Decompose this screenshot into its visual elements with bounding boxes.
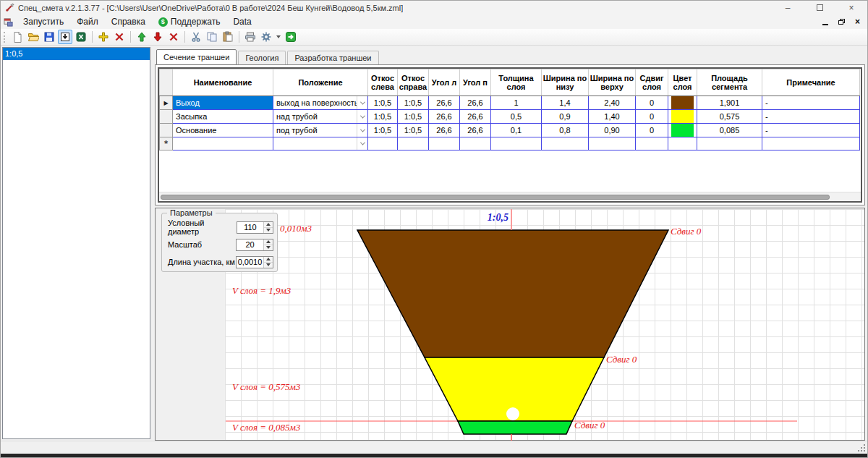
cell-angle-r[interactable]: 26,6 [460,110,491,124]
cell-name[interactable]: Засыпка [173,110,273,124]
col-thickness[interactable]: Толщина слоя [491,69,542,96]
cell-note[interactable]: - [762,96,860,110]
spin-up-button[interactable] [264,222,273,228]
cell-shift[interactable]: 0 [636,124,668,137]
cell-thickness[interactable]: 0,5 [491,110,542,124]
cell-slope-right[interactable]: 1:0,5 [398,110,429,124]
cell-layer-color[interactable] [668,110,697,124]
maximize-button[interactable] [804,1,835,14]
cell-width-bottom[interactable] [542,137,589,150]
cell-slope-left[interactable]: 1:0,5 [368,110,398,124]
save-button[interactable] [42,30,56,44]
mdi-close-button[interactable]: × [855,18,860,25]
cell-width-bottom[interactable]: 0,8 [542,124,589,137]
menu-data[interactable]: Data [226,15,258,28]
bedding-layer-polygon[interactable] [458,421,572,434]
list-item-section[interactable]: 1:0,5 [3,48,150,60]
tab-geology[interactable]: Геология [238,51,286,64]
col-width-bottom[interactable]: Ширина по низу [542,69,589,96]
tab-trench-development[interactable]: Разработка траншеи [287,51,378,64]
new-document-button[interactable] [10,30,25,44]
col-segment-area[interactable]: Площадь сегмента [697,69,762,96]
cell-width-top[interactable] [589,137,636,150]
menu-run[interactable]: Запустить [17,15,70,28]
cell-slope-left[interactable]: 1:0,5 [368,124,398,137]
mdi-restore-button[interactable] [838,19,845,25]
col-angle-r[interactable]: Угол п [460,69,491,96]
col-note[interactable]: Примечание [762,69,860,96]
spin-up-button[interactable] [264,239,273,245]
cell-thickness[interactable]: 1 [491,96,542,110]
cell-note[interactable]: - [762,110,860,124]
close-button[interactable]: × [835,1,867,14]
mdi-minimize-button[interactable] [822,24,828,25]
open-button[interactable] [26,30,41,44]
cell-slope-left[interactable] [368,137,398,150]
menu-file[interactable]: Файл [70,15,105,28]
cell-segment-area[interactable]: 0,085 [697,124,762,137]
cell-shift[interactable] [636,137,668,150]
scale-input[interactable] [237,239,263,250]
import-section-button[interactable] [58,30,72,44]
move-up-button[interactable] [135,30,149,44]
cell-shift[interactable]: 0 [636,96,668,110]
col-position[interactable]: Положение [273,69,368,96]
col-color[interactable]: Цвет слоя [668,69,697,96]
menu-help[interactable]: Справка [105,15,152,28]
spin-down-button[interactable] [264,263,273,268]
cell-note[interactable] [762,137,860,150]
add-row-button[interactable] [96,30,111,44]
copy-button[interactable] [205,30,219,44]
resize-grip[interactable] [864,444,865,446]
settings-button[interactable] [259,30,273,44]
col-name[interactable]: Наименование [173,69,273,96]
minimize-button[interactable]: – [772,1,804,14]
run-button[interactable] [284,30,298,44]
pipe-circle[interactable] [506,407,519,420]
cell-angle-r[interactable] [460,137,491,150]
print-button[interactable] [243,30,258,44]
cell-slope-right[interactable]: 1:0,5 [398,96,429,110]
col-angle-l[interactable]: Угол л [429,69,460,96]
cell-name[interactable]: Выход [173,96,273,110]
cell-width-top[interactable]: 2,40 [589,96,636,110]
cell-position[interactable]: выход на поверхность [273,96,368,110]
row-selector[interactable] [160,124,173,137]
cell-width-bottom[interactable]: 0,9 [542,110,589,124]
excavation-layer-polygon[interactable] [357,230,668,357]
nominal-diameter-input[interactable] [237,222,263,233]
cell-thickness[interactable]: 0,1 [491,124,542,137]
cell-angle-l[interactable]: 26,6 [429,124,460,137]
section-length-input[interactable] [237,257,263,268]
cell-position[interactable]: над трубой [273,110,368,124]
grid-horizontal-scrollbar[interactable] [159,192,861,201]
row-selector[interactable] [160,110,173,124]
cell-layer-color[interactable] [668,124,697,137]
row-selector[interactable]: * [160,137,173,150]
cell-angle-l[interactable]: 26,6 [429,96,460,110]
excel-export-button[interactable] [74,30,88,44]
cell-slope-right[interactable]: 1:0,5 [398,124,429,137]
cell-width-top[interactable]: 0,90 [589,124,636,137]
spin-down-button[interactable] [264,245,273,250]
cell-layer-color[interactable] [668,137,697,150]
cell-name[interactable] [173,137,273,150]
col-shift[interactable]: Сдвиг слоя [636,69,668,96]
settings-dropdown-caret-icon[interactable] [276,35,281,38]
cell-segment-area[interactable]: 0,575 [697,110,762,124]
remove-button[interactable] [166,30,181,44]
scrollbar-thumb[interactable] [161,195,830,200]
cell-slope-left[interactable]: 1:0,5 [368,96,398,110]
cell-angle-l[interactable] [429,137,460,150]
tab-trench-section[interactable]: Сечение траншеи [156,49,237,65]
cell-width-top[interactable]: 1,40 [589,110,636,124]
col-slope-left[interactable]: Откос слева [368,69,398,96]
cell-angle-l[interactable]: 26,6 [429,110,460,124]
row-selector[interactable]: ▶ [160,96,173,110]
cell-note[interactable]: - [762,124,860,137]
cell-segment-area[interactable] [697,137,762,150]
combo-dropdown-button[interactable] [357,110,367,123]
cell-slope-right[interactable] [398,137,429,150]
move-down-button[interactable] [150,30,165,44]
cell-width-bottom[interactable]: 1,4 [542,96,589,110]
